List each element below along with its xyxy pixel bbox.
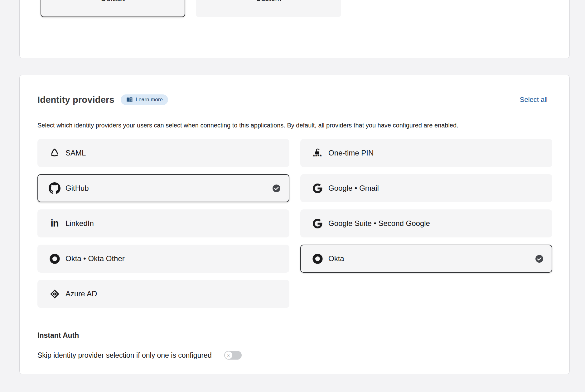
providers-grid: SAML **** One-time PIN GitHub Google • G… bbox=[37, 139, 552, 308]
check-icon bbox=[535, 255, 544, 263]
provider-tile-google-suite-second-google[interactable]: Google Suite • Second Google bbox=[300, 209, 552, 237]
provider-tile-saml[interactable]: SAML bbox=[37, 139, 289, 167]
page-title: Identity providers bbox=[37, 95, 114, 105]
provider-tile-azure-ad[interactable]: Azure AD bbox=[37, 280, 289, 308]
book-icon bbox=[126, 97, 133, 103]
provider-label: One-time PIN bbox=[328, 149, 374, 157]
appearance-option-custom[interactable]: Custom bbox=[196, 0, 341, 17]
github-icon bbox=[48, 182, 61, 194]
one-time-pin-icon: **** bbox=[311, 148, 324, 158]
appearance-option-label: Default bbox=[41, 0, 185, 3]
provider-label: GitHub bbox=[65, 184, 89, 193]
instant-auth-section: Instant Auth Skip identity provider sele… bbox=[37, 331, 242, 360]
provider-tile-linkedin[interactable]: in LinkedIn bbox=[37, 209, 289, 237]
provider-tile-okta-okta-other[interactable]: Okta • Okta Other bbox=[37, 245, 289, 273]
identity-providers-header: Identity providers Learn more Select all bbox=[37, 94, 548, 105]
provider-tile-google-gmail[interactable]: Google • Gmail bbox=[300, 174, 552, 202]
provider-tile-github[interactable]: GitHub bbox=[37, 174, 289, 202]
provider-tile-one-time-pin[interactable]: **** One-time PIN bbox=[300, 139, 552, 167]
okta-icon bbox=[48, 254, 61, 264]
google-icon bbox=[311, 219, 324, 228]
instant-auth-row: Skip identity provider selection if only… bbox=[37, 351, 242, 360]
check-icon bbox=[272, 184, 281, 193]
learn-more-button[interactable]: Learn more bbox=[121, 94, 168, 105]
appearance-option-default[interactable]: Default bbox=[41, 0, 185, 17]
provider-tile-okta[interactable]: Okta bbox=[300, 245, 552, 273]
provider-label: Google Suite • Second Google bbox=[328, 219, 430, 228]
learn-more-label: Learn more bbox=[136, 97, 163, 103]
linkedin-icon: in bbox=[48, 219, 61, 228]
instant-auth-toggle-label: Skip identity provider selection if only… bbox=[37, 351, 212, 360]
provider-label: Azure AD bbox=[65, 289, 97, 298]
identity-providers-panel: Identity providers Learn more Select all… bbox=[19, 75, 570, 374]
provider-label: Okta • Okta Other bbox=[65, 254, 125, 263]
provider-label: Google • Gmail bbox=[328, 184, 379, 193]
appearance-option-label: Custom bbox=[196, 0, 341, 3]
saml-icon bbox=[48, 147, 61, 159]
toggle-knob-x-icon: × bbox=[225, 351, 232, 359]
instant-auth-title: Instant Auth bbox=[37, 331, 242, 340]
okta-icon bbox=[311, 254, 324, 264]
provider-label: SAML bbox=[65, 149, 86, 157]
identity-providers-description: Select which identity providers your use… bbox=[37, 122, 458, 129]
provider-label: LinkedIn bbox=[65, 219, 94, 228]
appearance-panel: Default Custom bbox=[19, 0, 570, 58]
select-all-link[interactable]: Select all bbox=[520, 96, 548, 104]
azure-icon bbox=[48, 289, 61, 299]
google-icon bbox=[311, 184, 324, 193]
instant-auth-toggle[interactable]: × bbox=[224, 351, 242, 360]
provider-label: Okta bbox=[328, 254, 344, 263]
